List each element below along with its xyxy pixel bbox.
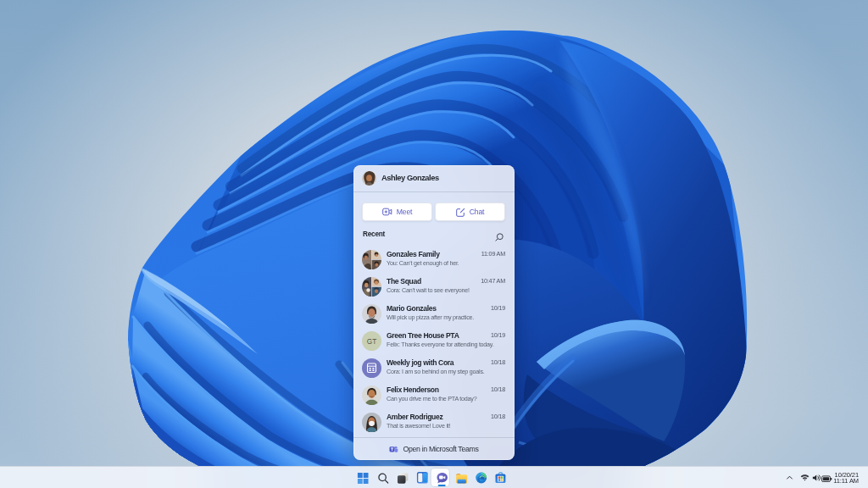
- svg-text:GT: GT: [367, 338, 376, 346]
